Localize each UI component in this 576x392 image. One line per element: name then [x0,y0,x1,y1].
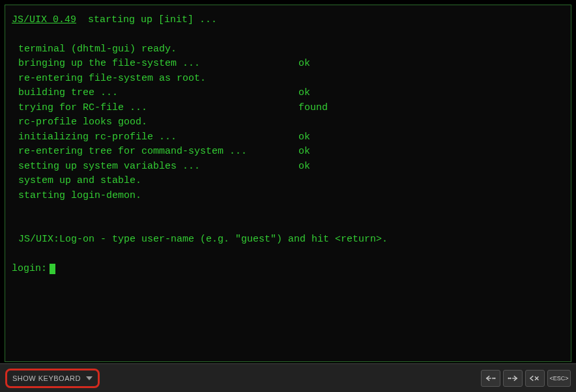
terminal-window[interactable]: JS/UIX 0.49 starting up [init] ... termi… [5,5,571,362]
boot-line: initializing rc-profile ...ok [12,130,564,145]
arrow-right-dotted-icon [507,374,519,383]
history-forward-button[interactable] [503,370,523,387]
svg-point-4 [510,378,511,378]
boot-line: re-entering tree for command-system ...o… [12,145,564,160]
app-title: JS/UIX 0.49 [12,14,76,25]
backspace-icon [529,374,541,383]
logon-instruction: JS/UIX:Log-on - type user-name (e.g. "gu… [12,232,564,247]
login-prompt-line[interactable]: login: [12,262,564,277]
login-prompt: login: [12,262,47,277]
boot-log: terminal (dhtml-gui) ready. bringing up … [12,42,564,204]
boot-line: setting up system variables ...ok [12,160,564,175]
boot-line: rc-profile looks good. [12,115,564,130]
arrow-left-dotted-icon [485,374,497,383]
escape-button[interactable]: <ESC> [547,370,571,387]
svg-point-1 [493,378,493,378]
boot-header-suffix: starting up [init] ... [76,14,217,25]
svg-point-2 [495,378,495,378]
bottom-toolbar: SHOW KEYBOARD <ESC> [0,363,576,392]
boot-line: re-entering file-system as root. [12,72,564,87]
show-keyboard-label: SHOW KEYBOARD [12,374,81,382]
boot-line: bringing up the file-system ...ok [12,57,564,72]
svg-point-3 [508,378,509,378]
backspace-button[interactable] [525,370,545,387]
boot-header: JS/UIX 0.49 starting up [init] ... [12,13,564,28]
boot-line: building tree ...ok [12,86,564,101]
history-back-button[interactable] [481,370,500,387]
show-keyboard-button[interactable]: SHOW KEYBOARD [5,369,100,388]
escape-label: <ESC> [549,375,568,382]
chevron-down-icon [86,376,93,380]
cursor-icon [50,264,55,274]
boot-line: system up and stable. [12,174,564,189]
boot-line: trying for RC-file ...found [12,101,564,116]
boot-line: starting login-demon. [12,189,564,204]
boot-line: terminal (dhtml-gui) ready. [12,42,564,57]
